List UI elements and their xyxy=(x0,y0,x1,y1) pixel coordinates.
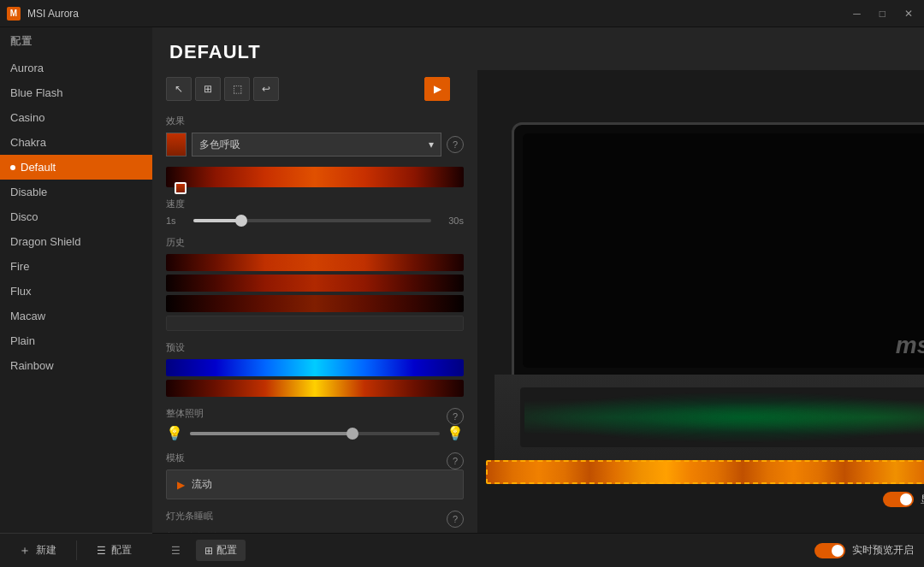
dropdown-arrow-icon: ▾ xyxy=(429,139,434,151)
gradient-section xyxy=(166,167,464,187)
close-button[interactable]: ✕ xyxy=(900,6,917,21)
sidebar-item-label: Casino xyxy=(10,111,44,124)
window-controls: ─ □ ✕ xyxy=(849,6,917,21)
template-label: 模板 xyxy=(166,452,185,464)
sidebar-item-label: Default xyxy=(21,161,56,174)
new-button[interactable]: ＋ 新建 xyxy=(0,534,76,567)
undo-button[interactable]: ↩ xyxy=(253,77,279,101)
preset-grid xyxy=(166,359,464,397)
laptop-screen: msi xyxy=(512,122,924,379)
color-swatch[interactable] xyxy=(166,133,187,157)
sidebar-item-label: Disable xyxy=(10,186,47,198)
status-left: ☰ ⊞ 配置 xyxy=(163,540,246,561)
sidebar-item-disable[interactable]: Disable xyxy=(0,180,152,204)
lighting-slider-fill xyxy=(190,432,352,435)
sidebar-item-default[interactable]: Default xyxy=(0,155,152,180)
app-title: MSI Aurora xyxy=(27,8,79,20)
content-area: DEFAULT ↖ ⊞ ⬚ ↩ ▶ 效果 xyxy=(152,27,924,567)
preview-toggle: 实时预览开启 xyxy=(814,543,914,558)
config-label: 配置 xyxy=(111,543,132,558)
speed-label: 速度 xyxy=(166,198,464,210)
lighting-slider-track[interactable] xyxy=(190,432,440,435)
lighting-help-button[interactable]: ? xyxy=(447,408,464,425)
preset-section: 预设 xyxy=(166,341,464,397)
gradient-handle[interactable] xyxy=(175,182,187,194)
history-label: 历史 xyxy=(166,236,464,249)
sidebar-item-label: Dragon Shield xyxy=(10,235,80,248)
bulb-dim-icon: 💡 xyxy=(166,425,183,441)
speed-slider-row: 1s 30s xyxy=(166,216,464,226)
preset-item-2[interactable] xyxy=(166,380,464,397)
status-tab-layout[interactable]: ☰ xyxy=(163,541,189,560)
sidebar-footer: ＋ 新建 ☰ 配置 xyxy=(0,533,152,567)
speed-min-label: 1s xyxy=(166,216,187,226)
sidebar-item-label: Disco xyxy=(10,210,38,223)
sidebar-item-aurora[interactable]: Aurora xyxy=(0,56,152,80)
effect-dropdown[interactable]: 多色呼吸 ▾ xyxy=(192,133,441,157)
template-button[interactable]: ▶ 流动 xyxy=(166,470,464,499)
sleep-label: 灯光条睡眠 xyxy=(166,510,213,523)
play-button[interactable]: ▶ xyxy=(424,77,450,101)
config-button[interactable]: ☰ 配置 xyxy=(77,534,153,567)
sidebar-item-macaw[interactable]: Macaw xyxy=(0,304,152,328)
app-icon: M xyxy=(7,7,21,21)
gradient-bar[interactable] xyxy=(166,167,464,187)
sidebar-item-fire[interactable]: Fire xyxy=(0,254,152,279)
history-item-3[interactable] xyxy=(166,295,464,312)
template-help-button[interactable]: ? xyxy=(447,452,464,470)
sidebar-header: 配置 xyxy=(0,27,152,56)
sidebar-item-dragon-shield[interactable]: Dragon Shield xyxy=(0,229,152,254)
sleep-section: 灯光条睡眠 ? 盖子关上, 关闭灯光条, xyxy=(166,510,464,533)
sidebar-item-label: Plain xyxy=(10,334,35,347)
sidebar-item-label: Blue Flash xyxy=(10,86,62,99)
display-guide-toggle[interactable] xyxy=(883,492,914,507)
config-icon: ☰ xyxy=(97,545,106,557)
history-item-4[interactable] xyxy=(166,316,464,331)
preview-label: 实时预览开启 xyxy=(852,543,914,558)
lighting-slider-thumb[interactable] xyxy=(346,428,358,440)
effect-value: 多色呼吸 xyxy=(199,138,240,152)
history-grid xyxy=(166,254,464,331)
titlebar: M MSI Aurora ─ □ ✕ xyxy=(0,0,924,27)
sidebar-item-casino[interactable]: Casino xyxy=(0,105,152,130)
layout-icon: ☰ xyxy=(171,545,181,557)
sidebar-item-rainbow[interactable]: Rainbow xyxy=(0,353,152,378)
preset-item-1[interactable] xyxy=(166,359,464,376)
grid-tool-button[interactable]: ⊞ xyxy=(195,77,221,101)
underglow-bar[interactable] xyxy=(486,460,924,484)
select-tool-button[interactable]: ⬚ xyxy=(224,77,250,101)
template-play-icon: ▶ xyxy=(177,479,185,491)
display-guide-label: 显示区域指导 xyxy=(921,493,924,507)
speed-slider-thumb[interactable] xyxy=(235,215,247,227)
sleep-help-button[interactable]: ? xyxy=(447,511,464,528)
sidebar-item-blue-flash[interactable]: Blue Flash xyxy=(0,80,152,105)
template-btn-label: 流动 xyxy=(192,477,212,492)
sidebar-item-label: Fire xyxy=(10,260,29,273)
speed-slider-track[interactable] xyxy=(193,219,431,222)
sidebar: 配置 Aurora Blue Flash Casino Chakra Defau… xyxy=(0,27,152,567)
sidebar-item-label: Rainbow xyxy=(10,359,54,372)
titlebar-left: M MSI Aurora xyxy=(7,7,79,21)
config-icon: ⊞ xyxy=(204,545,213,557)
effect-help-button[interactable]: ? xyxy=(447,136,464,153)
sidebar-item-label: Macaw xyxy=(10,310,45,322)
history-item-1[interactable] xyxy=(166,254,464,271)
minimize-button[interactable]: ─ xyxy=(849,6,865,21)
sidebar-item-chakra[interactable]: Chakra xyxy=(0,130,152,155)
cursor-tool-button[interactable]: ↖ xyxy=(166,77,192,101)
speed-max-label: 30s xyxy=(438,216,464,226)
new-label: 新建 xyxy=(36,543,56,558)
laptop-brand-logo: msi xyxy=(896,332,924,359)
preview-toggle-switch[interactable] xyxy=(814,543,845,558)
sidebar-item-flux[interactable]: Flux xyxy=(0,279,152,304)
screen-inner xyxy=(523,133,924,368)
history-section: 历史 xyxy=(166,236,464,331)
speed-slider-fill xyxy=(193,219,241,222)
effect-label: 效果 xyxy=(166,115,464,127)
maximize-button[interactable]: □ xyxy=(875,6,890,21)
history-item-2[interactable] xyxy=(166,275,464,292)
sidebar-item-disco[interactable]: Disco xyxy=(0,204,152,229)
toolbar: ↖ ⊞ ⬚ ↩ ▶ xyxy=(166,70,464,108)
status-tab-config[interactable]: ⊞ 配置 xyxy=(196,540,246,561)
sidebar-item-plain[interactable]: Plain xyxy=(0,328,152,353)
